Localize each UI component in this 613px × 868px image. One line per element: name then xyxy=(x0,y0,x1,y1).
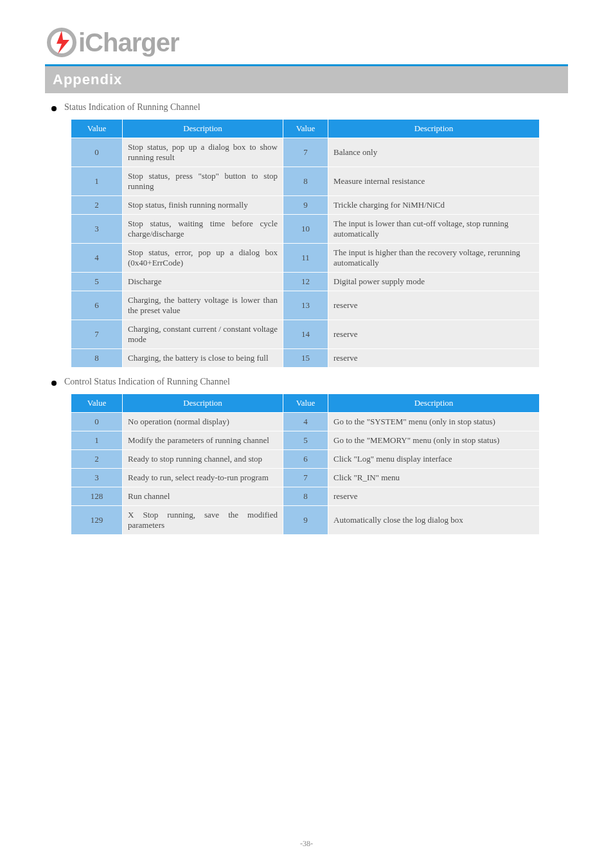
cell: 9 xyxy=(283,506,328,535)
cell: 0 xyxy=(71,138,123,167)
table-row: 2 Ready to stop running channel, and sto… xyxy=(71,450,540,469)
bullet-icon xyxy=(51,381,57,386)
page-footer: -38- xyxy=(0,839,613,849)
cell: reserve xyxy=(328,349,540,368)
table-row: 6 Charging, the battery voltage is lower… xyxy=(71,291,540,320)
bullet-icon xyxy=(51,106,57,111)
table-row: 5 Discharge 12 Digital power supply mode xyxy=(71,273,540,291)
table-row: 2 Stop status, finish running normally 9… xyxy=(71,196,540,215)
cell: 11 xyxy=(283,244,328,273)
cell: Click "Log" menu display interface xyxy=(328,450,540,469)
cell: Measure internal resistance xyxy=(328,167,540,196)
cell: Ready to stop running channel, and stop xyxy=(123,450,283,469)
cell: Run channel xyxy=(123,487,283,506)
cell: Modify the parameters of running channel xyxy=(123,431,283,450)
col-value-2: Value xyxy=(283,120,328,138)
cell: 2 xyxy=(71,196,123,215)
table-row: 4 Stop status, error, pop up a dialog bo… xyxy=(71,244,540,273)
cell: 5 xyxy=(283,431,328,450)
cell: reserve xyxy=(328,487,540,506)
cell: 10 xyxy=(283,215,328,244)
svg-text:iCharger: iCharger xyxy=(78,28,179,57)
cell: Trickle charging for NiMH/NiCd xyxy=(328,196,540,215)
table-row: 128 Run channel 8 reserve xyxy=(71,487,540,506)
col-desc-1: Description xyxy=(123,394,283,413)
table-row: 1 Stop status, press "stop" button to st… xyxy=(71,167,540,196)
cell: 4 xyxy=(71,244,123,273)
table-row: 1 Modify the parameters of running chann… xyxy=(71,431,540,450)
cell: 7 xyxy=(71,320,123,349)
cell: 5 xyxy=(71,273,123,291)
section-control-status: Control Status Indication of Running Cha… xyxy=(45,377,568,387)
cell: 9 xyxy=(283,196,328,215)
col-desc-1: Description xyxy=(123,120,283,138)
cell: No operation (normal display) xyxy=(123,413,283,431)
page-header-title: Appendix xyxy=(45,66,568,93)
cell: Ready to run, select ready-to-run progra… xyxy=(123,469,283,487)
cell: 14 xyxy=(283,320,328,349)
cell: Click "R_IN" menu xyxy=(328,469,540,487)
section-status-indication: Status Indication of Running Channel xyxy=(45,102,568,113)
cell: Go to the "SYSTEM" menu (only in stop st… xyxy=(328,413,540,431)
cell: 7 xyxy=(283,138,328,167)
col-desc-2: Description xyxy=(328,394,540,413)
cell: Automatically close the log dialog box xyxy=(328,506,540,535)
cell: 8 xyxy=(283,487,328,506)
status-indication-table: Value Description Value Description 0 St… xyxy=(71,119,540,368)
cell: Stop status, waiting time before cycle c… xyxy=(123,215,283,244)
control-status-table: Value Description Value Description 0 No… xyxy=(71,393,540,535)
cell: 13 xyxy=(283,291,328,320)
cell: X Stop running, save the modified parame… xyxy=(123,506,283,535)
section-title-2: Control Status Indication of Running Cha… xyxy=(64,377,230,387)
section-title-1: Status Indication of Running Channel xyxy=(64,102,200,113)
logo: iCharger xyxy=(45,26,568,59)
cell: 6 xyxy=(71,291,123,320)
col-value-1: Value xyxy=(71,394,123,413)
cell: 129 xyxy=(71,506,123,535)
cell: 4 xyxy=(283,413,328,431)
cell: 3 xyxy=(71,215,123,244)
cell: Charging, the battery voltage is lower t… xyxy=(123,291,283,320)
table-row: 8 Charging, the battery is close to bein… xyxy=(71,349,540,368)
cell: Stop status, press "stop" button to stop… xyxy=(123,167,283,196)
cell: The input is lower than cut-off voltage,… xyxy=(328,215,540,244)
cell: 3 xyxy=(71,469,123,487)
cell: Digital power supply mode xyxy=(328,273,540,291)
cell: reserve xyxy=(328,291,540,320)
cell: Stop status, pop up a dialog box to show… xyxy=(123,138,283,167)
cell: Balance only xyxy=(328,138,540,167)
cell: 15 xyxy=(283,349,328,368)
cell: 12 xyxy=(283,273,328,291)
cell: 8 xyxy=(283,167,328,196)
cell: Discharge xyxy=(123,273,283,291)
col-desc-2: Description xyxy=(328,120,540,138)
col-value-1: Value xyxy=(71,120,123,138)
table-row: 3 Ready to run, select ready-to-run prog… xyxy=(71,469,540,487)
table-row: 129 X Stop running, save the modified pa… xyxy=(71,506,540,535)
cell: The input is higher than the recovery vo… xyxy=(328,244,540,273)
cell: Stop status, finish running normally xyxy=(123,196,283,215)
cell: 2 xyxy=(71,450,123,469)
cell: Charging, constant current / constant vo… xyxy=(123,320,283,349)
cell: 6 xyxy=(283,450,328,469)
cell: reserve xyxy=(328,320,540,349)
table-row: 3 Stop status, waiting time before cycle… xyxy=(71,215,540,244)
cell: 7 xyxy=(283,469,328,487)
table-row: 7 Charging, constant current / constant … xyxy=(71,320,540,349)
table-row: 0 No operation (normal display) 4 Go to … xyxy=(71,413,540,431)
cell: 1 xyxy=(71,167,123,196)
cell: Charging, the battery is close to being … xyxy=(123,349,283,368)
cell: 0 xyxy=(71,413,123,431)
cell: Go to the "MEMORY" menu (only in stop st… xyxy=(328,431,540,450)
table-row: 0 Stop status, pop up a dialog box to sh… xyxy=(71,138,540,167)
cell: 128 xyxy=(71,487,123,506)
col-value-2: Value xyxy=(283,394,328,413)
cell: 8 xyxy=(71,349,123,368)
cell: 1 xyxy=(71,431,123,450)
cell: Stop status, error, pop up a dialog box … xyxy=(123,244,283,273)
